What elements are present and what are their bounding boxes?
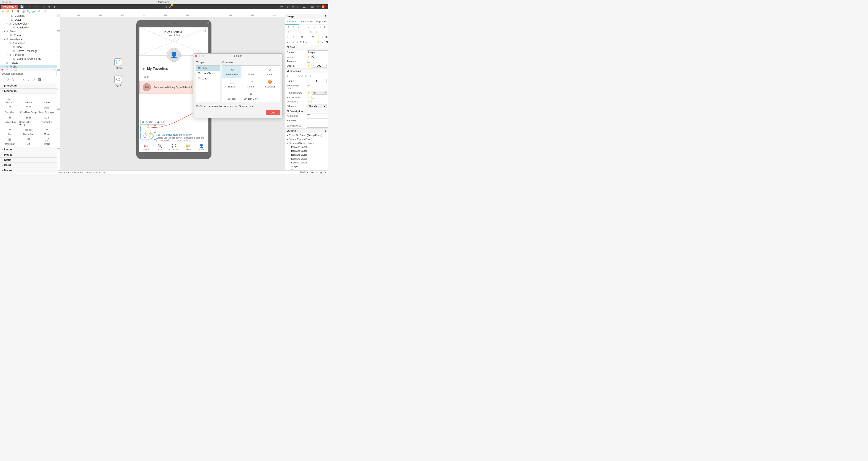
delete-page-icon[interactable]: 🗑 (22, 10, 25, 13)
tab-interactions[interactable]: Interactions (300, 19, 314, 25)
add-page-icon[interactable]: ＋ (1, 10, 4, 13)
radius-input[interactable]: ◂▸ (307, 79, 327, 83)
component-item[interactable]: ◉RadioButton (1, 115, 19, 126)
section-mobile[interactable]: ▸Mobile (0, 152, 57, 157)
tab-assistance[interactable]: 💬Assistance (167, 142, 181, 152)
tree-item[interactable]: ▾🗎Change City● (0, 22, 57, 26)
component-item[interactable]: ≡List (1, 127, 19, 135)
align-top-icon[interactable]: ⤒ (287, 26, 290, 29)
guide-status-icon[interactable]: ⊞ (324, 171, 327, 174)
cat-smiley-icon[interactable]: ☺ (32, 78, 35, 81)
device-icon[interactable]: ▭ (310, 5, 314, 8)
tree-item[interactable]: 🗎Tickets (0, 61, 57, 65)
gift-icon[interactable]: 🎁 (322, 5, 325, 8)
brand-menu[interactable]: Mockplus (1, 5, 18, 9)
h-input[interactable]: ◂▸ (321, 40, 328, 44)
component-item[interactable]: ☑Checkbox (1, 105, 19, 113)
dist-r-icon[interactable]: ⇥ (319, 26, 321, 29)
tree-item[interactable]: 🗎Detail● (0, 18, 57, 22)
align-left-icon[interactable]: ⇤ (288, 30, 290, 33)
tree-item[interactable]: 🗎Chat (0, 45, 57, 49)
spread-h-icon[interactable]: □ (310, 30, 312, 33)
element-toolbar[interactable]: 🖼 ✎ ⌫ ▭ 🖶 ❐ (141, 120, 165, 125)
edit-tool-icon[interactable]: ✎ (145, 121, 149, 124)
preview-icon[interactable]: ⟳7 (168, 5, 172, 8)
zoom-select[interactable]: 100%▾ (299, 171, 309, 174)
w-input[interactable]: ◂▸ (321, 35, 328, 39)
remarks-input[interactable] (307, 119, 328, 123)
floating-signin-button[interactable]: 🖵 Sign In (114, 75, 123, 87)
component-item[interactable]: A▭Label Text Input (38, 105, 56, 113)
section-basic[interactable]: ⊟Basic (285, 45, 328, 50)
trigger-list[interactable]: OnClickOnLongClickOnLoad (196, 65, 220, 102)
tab-discover[interactable]: 📖Discover (140, 142, 153, 152)
command-item[interactable]: ASet Text Color (241, 90, 260, 102)
rotation-select[interactable]: 0° (312, 91, 327, 95)
outline-item[interactable]: Text Area (285, 168, 328, 170)
y-input[interactable]: ◂▸ (296, 40, 308, 44)
tree-item[interactable]: ▾🗎Search (0, 30, 57, 33)
outline-item[interactable]: ▸Settings (Sliding Drawer) (285, 141, 328, 145)
canvas-area[interactable]: 1002003004005006007008009001000 10020030… (57, 14, 285, 170)
dist-v-icon[interactable]: ⇕ (324, 26, 326, 29)
align-right-icon[interactable]: ⇥ (299, 30, 301, 33)
command-item[interactable]: ⤢Zoom (260, 66, 280, 78)
tree-item[interactable]: 🗎Calendar (0, 14, 57, 18)
copy-page-icon[interactable]: ⎘ (17, 10, 20, 13)
cat-button-icon[interactable]: ▭ (2, 78, 5, 81)
outline-item[interactable]: ▸Come On Board (Popup Panel) (285, 133, 328, 137)
outline-item[interactable]: Icon and Label (285, 153, 328, 157)
shape-rect-icon[interactable]: ▢ (290, 74, 292, 77)
cat-input-icon[interactable]: ▭ (43, 78, 46, 81)
dist-hc-icon[interactable]: ⇔ (313, 26, 316, 29)
outline-list[interactable]: ▸Come On Board (Popup Panel)▸Sign In (Po… (285, 133, 328, 170)
shape-diamond-icon[interactable]: ◇ (301, 74, 303, 77)
box-tool-icon[interactable]: ▭ (153, 121, 156, 124)
dist-h-icon[interactable]: ⇤ (308, 26, 310, 29)
spread-a-icon[interactable]: ▪ (325, 30, 326, 33)
tree-item[interactable]: 🗎Profile● (0, 65, 57, 68)
outline-item[interactable]: ▸Sign In (Popup Panel) (285, 137, 328, 141)
history-icon[interactable]: ↻ (11, 10, 15, 13)
folder-icon[interactable]: 📁 (6, 10, 9, 13)
layout-icon[interactable]: ▤ (316, 5, 319, 8)
spread-v-icon[interactable]: ▯ (315, 30, 317, 33)
redo-icon[interactable]: ↷ (34, 5, 37, 8)
command-item[interactable]: ⬚Resize (222, 78, 241, 90)
canvas[interactable]: 📄 Settings 🖵 Sign In ⟳ ⚙ Hey Traveler! L… (60, 17, 285, 170)
shape-circle-icon[interactable]: ○ (287, 74, 288, 77)
cursor-icon[interactable]: ↖ (42, 5, 45, 8)
dialog-close-icon[interactable] (195, 55, 197, 57)
ok-button[interactable]: OK (266, 110, 280, 115)
section-description[interactable]: ⊟Description (285, 109, 328, 114)
emoji-icon[interactable]: ☺ (5, 68, 8, 71)
cloud-icon[interactable]: ☁ (303, 5, 306, 8)
qr-icon[interactable]: ▦ (291, 5, 294, 8)
command-item[interactable]: 🎨Set Color (260, 78, 280, 90)
color-icon[interactable]: ◐ (53, 5, 57, 8)
traffic-lights[interactable] (2, 1, 11, 3)
fillmode-select[interactable]: Stretch (307, 104, 327, 108)
sun-status-icon[interactable]: ☀ (316, 171, 318, 174)
tree-item[interactable]: 🗎Leave A Message (0, 49, 57, 53)
section-interaction[interactable]: ▸Interaction (0, 83, 57, 88)
tab-search[interactable]: 🔍Search (153, 142, 167, 152)
eye-icon[interactable]: 👁 (37, 10, 41, 13)
outline-item[interactable]: Shape (285, 165, 328, 168)
tree-item[interactable]: 🗎Rome (0, 33, 57, 37)
component-item[interactable]: ▤Menu Bar (1, 137, 19, 145)
tree-item[interactable]: ▾🗎Assistance (0, 37, 57, 41)
shape-arrow-icon[interactable]: ⬠ (309, 74, 311, 77)
tree-item[interactable]: ▾🗎Concierge (0, 53, 57, 57)
close-window-icon[interactable] (2, 1, 4, 3)
trigger-item[interactable]: OnLoad (196, 76, 220, 81)
visible-checkbox[interactable] (312, 56, 314, 58)
trigger-item[interactable]: OnLongClick (196, 71, 220, 76)
component-item[interactable]: ▭▾ComboBox (38, 115, 56, 126)
command-item[interactable]: TSet Text (222, 90, 241, 102)
tab-tickets[interactable]: 🎫Tickets (181, 142, 195, 152)
list-view-icon[interactable]: ▤ (15, 68, 17, 71)
outline-item[interactable]: Icon and Label (285, 149, 328, 153)
tree-item[interactable]: ▾🗎Assistance (0, 41, 57, 45)
print-tool-icon[interactable]: 🖶 (157, 121, 160, 124)
